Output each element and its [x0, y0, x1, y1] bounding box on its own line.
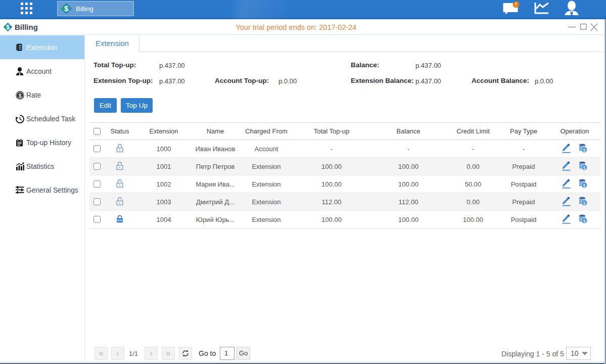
- svg-text:$: $: [64, 5, 68, 13]
- svg-text:!: !: [515, 2, 517, 8]
- svg-text:$: $: [583, 218, 586, 223]
- svg-text:$: $: [583, 183, 586, 188]
- svg-text:$: $: [583, 147, 586, 153]
- svg-text:$: $: [18, 92, 21, 98]
- svg-text:$: $: [583, 200, 586, 206]
- svg-text:$: $: [583, 165, 586, 170]
